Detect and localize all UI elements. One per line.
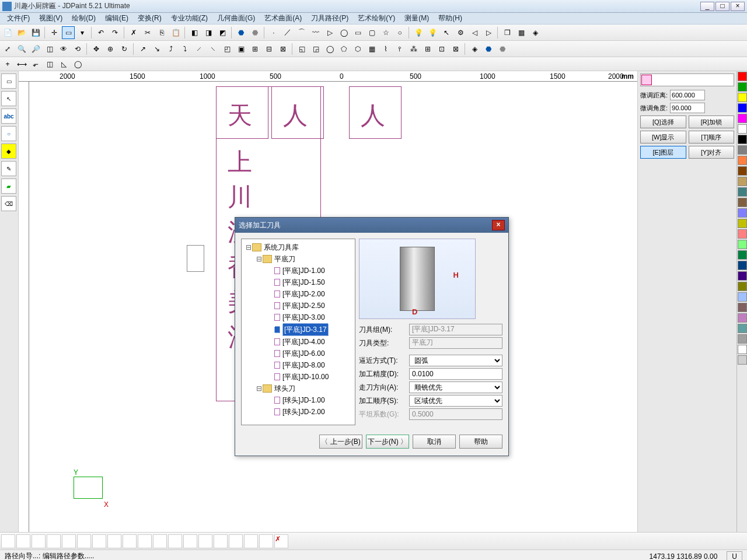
op6-icon[interactable]: ▦ xyxy=(365,43,378,55)
menu-geom[interactable]: 几何曲面(G) xyxy=(212,12,260,24)
tree-group-flat[interactable]: ⊟ 平底刀 xyxy=(244,253,352,265)
path10-icon[interactable]: ⊟ xyxy=(263,43,275,55)
view1-icon[interactable]: ◫ xyxy=(43,43,56,55)
btn-align[interactable]: [Y]对齐 xyxy=(689,146,735,159)
gear-icon[interactable]: ⚙ xyxy=(454,26,467,39)
bulb1-icon[interactable]: 💡 xyxy=(412,26,425,39)
btn-order[interactable]: [T]顺序 xyxy=(689,131,735,144)
op4-icon[interactable]: ⬠ xyxy=(337,43,350,55)
roundrect-icon[interactable]: ▢ xyxy=(365,26,378,39)
bt6-icon[interactable] xyxy=(77,534,91,548)
lt-fill-icon[interactable]: ▰ xyxy=(1,178,16,194)
open-icon[interactable]: 📂 xyxy=(15,26,28,39)
pan-icon[interactable]: ✥ xyxy=(90,43,103,55)
op9-icon[interactable]: ⁂ xyxy=(407,43,420,55)
op2-icon[interactable]: ◲ xyxy=(309,43,322,55)
op11-icon[interactable]: ⊡ xyxy=(435,43,448,55)
snap2-icon[interactable]: ⟷ xyxy=(15,58,28,71)
menu-edit[interactable]: 编辑(E) xyxy=(100,12,133,24)
bt17-icon[interactable] xyxy=(244,534,258,548)
color-swatch[interactable] xyxy=(738,82,747,92)
color-swatch[interactable] xyxy=(738,198,747,207)
paste-icon[interactable]: 📋 xyxy=(169,26,182,39)
sh2-icon[interactable]: ⬣ xyxy=(482,43,495,55)
path1-icon[interactable]: ↗ xyxy=(137,43,149,55)
select-icon[interactable]: ▭ xyxy=(62,26,75,39)
circle-icon[interactable]: ○ xyxy=(393,26,406,39)
tool-tree[interactable]: ⊟ 系统刀具库 ⊟ 平底刀 [平底]JD-1.00[平底]JD-1.50[平底]… xyxy=(241,239,355,425)
color-swatch[interactable] xyxy=(738,292,747,302)
tree-leaf[interactable]: [球头]JD-2.00 xyxy=(244,406,352,418)
order-select[interactable]: 区域优先 xyxy=(409,395,502,407)
minimize-button[interactable]: _ xyxy=(700,2,714,11)
shield-blue-icon[interactable]: ⬣ xyxy=(235,26,247,39)
menu-toolpath[interactable]: 刀具路径(P) xyxy=(306,12,353,24)
bt14-icon[interactable] xyxy=(198,534,212,548)
path4-icon[interactable]: ⤵ xyxy=(179,43,191,55)
zoom-out-icon[interactable]: 🔎 xyxy=(29,43,42,55)
color-swatch[interactable] xyxy=(738,334,747,344)
dialog-close-icon[interactable]: × xyxy=(492,220,505,230)
color-swatch[interactable] xyxy=(738,250,747,260)
copy-icon[interactable]: ⎘ xyxy=(155,26,168,39)
sh3-icon[interactable]: ⬣ xyxy=(496,43,509,55)
extra-icon[interactable]: ◈ xyxy=(529,26,542,39)
bulb2-icon[interactable]: 💡 xyxy=(426,26,439,39)
tree-group-ball[interactable]: ⊟ 球头刀 xyxy=(244,383,352,394)
bt15-icon[interactable] xyxy=(214,534,228,548)
color-swatch[interactable] xyxy=(738,72,747,81)
sh1-icon[interactable]: ◈ xyxy=(468,43,481,55)
snap6-icon[interactable]: ◯ xyxy=(71,58,84,71)
op3-icon[interactable]: ◯ xyxy=(323,43,336,55)
tree-leaf[interactable]: [平底]JD-8.00 xyxy=(244,359,352,371)
nav-right-icon[interactable]: ▷ xyxy=(482,26,495,39)
bt13-icon[interactable] xyxy=(183,534,197,548)
bt16-icon[interactable] xyxy=(229,534,243,548)
op12-icon[interactable]: ⊠ xyxy=(449,43,462,55)
view2-icon[interactable]: ⟲ xyxy=(71,43,84,55)
btn-layer[interactable]: [E]图层 xyxy=(640,146,686,159)
color-swatch[interactable] xyxy=(738,271,747,281)
approach-select[interactable]: 圆弧 xyxy=(409,355,502,366)
color-swatch[interactable] xyxy=(738,187,747,197)
bt5-icon[interactable] xyxy=(62,534,76,548)
shield-gray-icon[interactable]: ⬣ xyxy=(249,26,261,39)
color-swatch[interactable] xyxy=(738,355,747,365)
cursor-icon[interactable]: ↖ xyxy=(440,26,453,39)
line-icon[interactable]: ／ xyxy=(281,26,294,39)
color-swatch[interactable] xyxy=(738,166,747,176)
menu-transform[interactable]: 变换(R) xyxy=(133,12,166,24)
bt1-icon[interactable] xyxy=(1,534,15,548)
back-button[interactable]: 〈 上一步(B) xyxy=(319,435,362,449)
path7-icon[interactable]: ◰ xyxy=(221,43,233,55)
path2-icon[interactable]: ↘ xyxy=(151,43,163,55)
op5-icon[interactable]: ⬡ xyxy=(351,43,364,55)
snap3-icon[interactable]: ⬐ xyxy=(29,58,42,71)
point-icon[interactable]: · xyxy=(267,26,280,39)
color-swatch[interactable] xyxy=(738,177,747,186)
menu-draw[interactable]: 绘制(D) xyxy=(67,12,100,24)
arc-icon[interactable]: ⌒ xyxy=(295,26,308,39)
next-button[interactable]: 下一步(N) 〉 xyxy=(366,435,409,449)
bt10-icon[interactable] xyxy=(138,534,152,548)
menu-art-draw[interactable]: 艺术绘制(Y) xyxy=(353,12,400,24)
op10-icon[interactable]: ⊞ xyxy=(421,43,434,55)
tree-leaf[interactable]: [平底]JD-1.50 xyxy=(244,276,352,288)
dropdown-icon[interactable]: ▾ xyxy=(76,26,89,39)
bt2-icon[interactable] xyxy=(16,534,30,548)
zoom-fit-icon[interactable]: ⤢ xyxy=(1,43,14,55)
snap5-icon[interactable]: ◺ xyxy=(57,58,70,71)
save-icon[interactable]: 💾 xyxy=(29,26,42,39)
help-button[interactable]: 帮助 xyxy=(459,435,502,449)
lt-pen-icon[interactable]: ✎ xyxy=(1,161,16,176)
tree-root[interactable]: ⊟ 系统刀具库 xyxy=(244,242,352,253)
menu-file[interactable]: 文件(F) xyxy=(2,12,34,24)
color-swatch[interactable] xyxy=(738,324,747,333)
precision-input[interactable] xyxy=(409,368,502,380)
lt-circle-icon[interactable]: ○ xyxy=(1,126,16,141)
nav-left-icon[interactable]: ◁ xyxy=(468,26,481,39)
redo-icon[interactable]: ↷ xyxy=(109,26,121,39)
color-swatch[interactable] xyxy=(738,282,747,291)
snap4-icon[interactable]: ◫ xyxy=(43,58,56,71)
dialog-titlebar[interactable]: 选择加工刀具 × xyxy=(235,218,508,233)
